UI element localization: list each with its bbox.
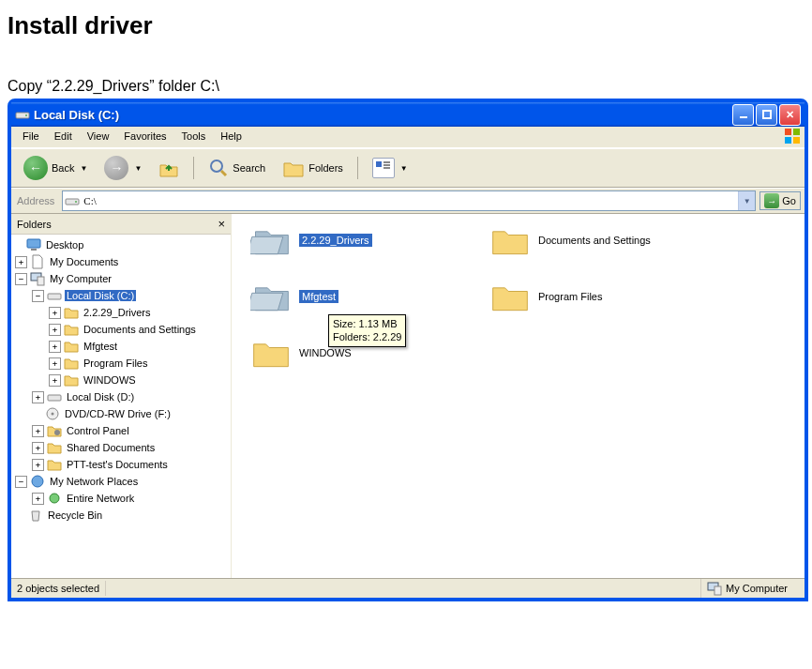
tree-control-panel[interactable]: +Control Panel [13,422,229,439]
address-bar: Address ▼ → Go [11,188,804,214]
drive-icon [65,193,80,208]
drive-icon [15,107,30,122]
menu-file[interactable]: File [15,129,47,147]
tree-drivers-folder[interactable]: +2.2.29_Drivers [13,304,229,321]
tree-label: WINDOWS [82,374,138,386]
folder-up-icon [158,158,179,178]
folder-icon [64,339,79,354]
expand-icon[interactable]: + [15,256,27,268]
folder-item-docs-settings[interactable]: Documents and Settings [489,220,651,261]
explorer-window: Local Disk (C:) ✕ File Edit View Favorit… [8,99,808,601]
computer-icon [30,271,45,286]
folder-icon [64,305,79,320]
svg-line-9 [221,171,226,175]
address-input[interactable] [80,194,738,207]
expand-icon[interactable]: + [32,391,44,403]
tree-ptt-documents[interactable]: +PTT-test's Documents [13,456,229,473]
content-pane[interactable]: 2.2.29_Drivers Documents and Settings Mf… [232,214,804,578]
windows-logo-icon [782,127,803,145]
expand-icon[interactable]: + [49,357,61,370]
address-dropdown[interactable]: ▼ [738,191,755,210]
expand-icon[interactable]: + [49,324,61,336]
tree-label: Desktop [44,239,85,251]
chevron-down-icon[interactable]: ▼ [80,164,87,173]
folders-button[interactable]: Folders [276,155,350,181]
titlebar[interactable]: Local Disk (C:) ✕ [11,102,804,127]
folder-label: Program Files [538,291,602,302]
svg-rect-6 [785,137,791,144]
chevron-down-icon[interactable]: ▼ [400,164,408,173]
control-panel-icon [47,423,62,438]
documents-icon [30,254,45,269]
tree-label: DVD/CD-RW Drive (F:) [63,408,173,419]
tree-label: Entire Network [65,493,136,504]
expand-icon[interactable]: + [49,341,61,353]
svg-rect-15 [38,277,44,285]
close-button[interactable]: ✕ [779,104,801,126]
computer-icon [707,581,722,596]
tree-label: Documents and Settings [82,324,198,335]
folder-item-drivers[interactable]: 2.2.29_Drivers [250,220,372,261]
menu-favorites[interactable]: Favorites [116,129,173,147]
svg-rect-24 [714,586,721,595]
expand-icon[interactable]: + [32,425,44,437]
expand-icon[interactable]: + [32,459,44,471]
address-input-wrap[interactable]: ▼ [62,190,756,211]
tree-dvd-drive[interactable]: DVD/CD-RW Drive (F:) [13,405,229,422]
search-button[interactable]: Search [202,155,272,181]
tree-network-places[interactable]: −My Network Places [13,473,229,490]
chevron-down-icon[interactable]: ▼ [134,164,142,173]
menu-edit[interactable]: Edit [47,129,80,147]
minimize-button[interactable] [732,104,754,126]
folder-icon [64,356,79,371]
folder-open-icon [250,276,292,317]
menu-help[interactable]: Help [213,129,249,147]
folder-label: Documents and Settings [538,235,651,246]
address-label: Address [15,195,58,206]
expand-icon[interactable]: + [32,442,44,454]
forward-button[interactable]: → ▼ [98,153,148,183]
views-button[interactable]: ▼ [366,155,414,181]
tree-mydocuments[interactable]: +My Documents [13,253,229,270]
menu-view[interactable]: View [80,129,117,147]
menu-tools[interactable]: Tools [174,129,214,147]
window-body: Folders × Desktop +My Documents −My Comp… [11,214,804,578]
collapse-icon[interactable]: − [15,476,27,488]
tree-mycomputer[interactable]: −My Computer [13,270,229,287]
folder-icon [47,440,62,455]
svg-rect-7 [793,137,800,144]
tree-docs-settings-folder[interactable]: +Documents and Settings [13,321,229,338]
svg-rect-4 [785,129,791,135]
tree-program-files-folder[interactable]: +Program Files [13,355,229,372]
toolbar-separator [193,157,194,179]
back-button[interactable]: ← Back ▼ [17,153,94,183]
go-button[interactable]: → Go [759,191,801,210]
maximize-button[interactable] [756,104,777,126]
tree-local-disk-d[interactable]: +Local Disk (D:) [13,388,229,405]
tree-local-disk-c[interactable]: −Local Disk (C:) [13,287,229,304]
toolbar-separator [357,157,358,179]
folder-label: WINDOWS [299,347,352,358]
folder-tree[interactable]: Desktop +My Documents −My Computer −Loca… [11,235,231,578]
collapse-icon[interactable]: − [15,273,27,285]
folder-item-program-files[interactable]: Program Files [489,276,602,317]
collapse-icon[interactable]: − [32,290,44,302]
tree-mfgtest-folder[interactable]: +Mfgtest [13,338,229,355]
tree-label: Local Disk (D:) [65,391,136,403]
svg-rect-5 [793,129,800,135]
folder-item-mfgtest[interactable]: Mfgtest [250,276,338,317]
tree-recycle-bin[interactable]: Recycle Bin [13,507,229,524]
expand-icon[interactable]: + [49,374,61,387]
tree-windows-folder[interactable]: +WINDOWS [13,372,229,388]
up-button[interactable] [152,155,186,181]
expand-icon[interactable]: + [32,493,44,505]
tree-entire-network[interactable]: +Entire Network [13,490,229,507]
expand-icon[interactable]: + [49,307,61,319]
tree-desktop[interactable]: Desktop [13,236,229,253]
folders-label: Folders [308,162,343,174]
close-icon[interactable]: × [218,217,225,231]
tree-shared-documents[interactable]: +Shared Documents [13,439,229,456]
tree-label: PTT-test's Documents [65,459,170,470]
tree-label: Shared Documents [65,442,157,453]
svg-rect-17 [48,395,61,401]
